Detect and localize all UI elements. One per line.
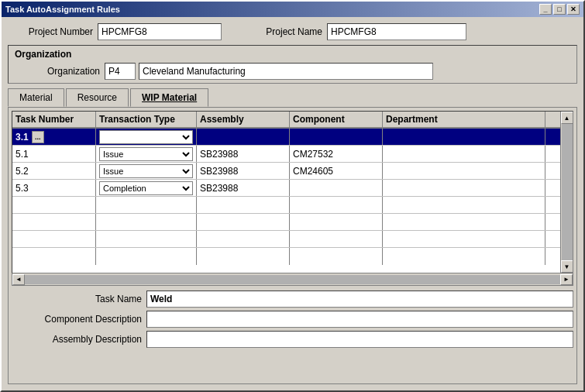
table-cell-task: 5.3 bbox=[12, 180, 96, 196]
component-desc-label: Component Description bbox=[12, 314, 142, 325]
table-cell-extra bbox=[545, 129, 560, 145]
table-cell-assembly[interactable]: SB23988 bbox=[197, 180, 290, 196]
col-header-trans: Transaction Type bbox=[96, 112, 197, 127]
organization-section-label: Organization bbox=[15, 49, 570, 60]
table-cell-assembly[interactable] bbox=[197, 129, 290, 145]
table-cell-trans: Issue Completion Return bbox=[96, 129, 197, 145]
ellipsis-button[interactable]: ... bbox=[32, 131, 44, 143]
table-main: Task Number Transaction Type Assembly Co… bbox=[12, 112, 560, 273]
table-row bbox=[12, 231, 560, 248]
component-desc-input[interactable] bbox=[146, 311, 573, 328]
table-cell-task: 5.1 bbox=[12, 146, 96, 162]
table-cell-dept[interactable] bbox=[383, 180, 545, 196]
tab-wip-material[interactable]: WIP Material bbox=[130, 88, 208, 107]
table-row bbox=[12, 214, 560, 231]
table-cell-component[interactable]: CM27532 bbox=[290, 146, 383, 162]
table-cell-extra bbox=[545, 163, 560, 179]
table-cell-dept[interactable] bbox=[383, 129, 545, 145]
table-cell-extra bbox=[545, 146, 560, 162]
project-name-label: Project Name bbox=[237, 26, 322, 37]
scroll-track bbox=[562, 124, 573, 260]
main-content: Project Number Project Name Organization… bbox=[2, 17, 583, 390]
table-cell-task: 5.2 bbox=[12, 163, 96, 179]
window-title: Task AutoAssignment Rules bbox=[5, 5, 120, 14]
trans-type-select[interactable]: Issue Completion Return bbox=[99, 164, 193, 178]
table-row: 5.1 Issue Completion Return SB23988 CM27… bbox=[12, 146, 560, 163]
task-name-input[interactable] bbox=[146, 291, 573, 308]
organization-section: Organization Organization bbox=[8, 45, 577, 84]
table-row: 5.2 Issue Completion Return SB23988 CM24… bbox=[12, 163, 560, 180]
table-cell-task: 3.1 ... bbox=[12, 129, 96, 145]
tab-material[interactable]: Material bbox=[8, 88, 64, 107]
title-controls: _ □ ✕ bbox=[539, 4, 580, 15]
title-bar: Task AutoAssignment Rules _ □ ✕ bbox=[2, 2, 583, 17]
horizontal-scrollbar: ◄ ► bbox=[12, 273, 573, 286]
project-number-label: Project Number bbox=[8, 26, 93, 37]
scroll-up-button[interactable]: ▲ bbox=[561, 112, 573, 124]
table-row: 3.1 ... Issue Completion Return bbox=[12, 129, 560, 146]
col-header-dept: Department bbox=[383, 112, 545, 127]
trans-type-select[interactable]: Issue Completion Return bbox=[99, 147, 193, 161]
org-row: Organization bbox=[15, 63, 570, 80]
table-row bbox=[12, 197, 560, 214]
assembly-desc-input[interactable] bbox=[146, 331, 573, 348]
table-cell-trans: Issue Completion Return bbox=[96, 146, 197, 162]
org-code-input[interactable] bbox=[105, 63, 136, 80]
project-name-input[interactable] bbox=[327, 23, 466, 40]
table-cell-assembly[interactable]: SB23988 bbox=[197, 163, 290, 179]
table-cell-component[interactable] bbox=[290, 129, 383, 145]
vertical-scrollbar: ▲ ▼ bbox=[560, 112, 573, 273]
window: Task AutoAssignment Rules _ □ ✕ Project … bbox=[0, 0, 585, 392]
table-row bbox=[12, 248, 560, 265]
project-row: Project Number Project Name bbox=[8, 23, 577, 40]
scroll-down-button[interactable]: ▼ bbox=[561, 260, 573, 273]
bottom-fields: Task Name Component Description Assembly… bbox=[12, 291, 573, 351]
tab-resource[interactable]: Resource bbox=[66, 88, 129, 107]
tab-content: Task Number Transaction Type Assembly Co… bbox=[8, 107, 577, 384]
scroll-left-button[interactable]: ◄ bbox=[12, 274, 25, 285]
table-wrapper: Task Number Transaction Type Assembly Co… bbox=[12, 111, 573, 273]
org-label: Organization bbox=[15, 66, 100, 77]
scroll-right-button[interactable]: ► bbox=[560, 274, 573, 285]
project-number-input[interactable] bbox=[98, 23, 222, 40]
trans-type-select[interactable]: Issue Completion Return bbox=[99, 130, 193, 144]
col-header-component: Component bbox=[290, 112, 383, 127]
table-cell-assembly[interactable]: SB23988 bbox=[197, 146, 290, 162]
table-cell-extra bbox=[545, 180, 560, 196]
component-desc-row: Component Description bbox=[12, 311, 573, 328]
table-row: 5.3 Issue Completion Return SB23988 bbox=[12, 180, 560, 197]
hscroll-track bbox=[25, 275, 560, 284]
maximize-button[interactable]: □ bbox=[553, 4, 566, 15]
org-name-input[interactable] bbox=[139, 63, 433, 80]
task-name-label: Task Name bbox=[12, 294, 142, 304]
minimize-button[interactable]: _ bbox=[539, 4, 552, 15]
col-header-extra bbox=[545, 112, 560, 127]
col-header-assembly: Assembly bbox=[197, 112, 290, 127]
table-header: Task Number Transaction Type Assembly Co… bbox=[12, 112, 560, 129]
table-cell-dept[interactable] bbox=[383, 146, 545, 162]
table-cell-trans: Issue Completion Return bbox=[96, 163, 197, 179]
table-cell-trans: Issue Completion Return bbox=[96, 180, 197, 196]
tabs-container: Material Resource WIP Material bbox=[8, 88, 577, 107]
table-cell-dept[interactable] bbox=[383, 163, 545, 179]
task-name-row: Task Name bbox=[12, 291, 573, 308]
assembly-desc-label: Assembly Description bbox=[12, 334, 142, 345]
col-header-task: Task Number bbox=[12, 112, 96, 127]
trans-type-select[interactable]: Issue Completion Return bbox=[99, 181, 193, 195]
close-button[interactable]: ✕ bbox=[567, 4, 580, 15]
table-cell-component[interactable]: CM24605 bbox=[290, 163, 383, 179]
table-cell-component[interactable] bbox=[290, 180, 383, 196]
assembly-desc-row: Assembly Description bbox=[12, 331, 573, 348]
